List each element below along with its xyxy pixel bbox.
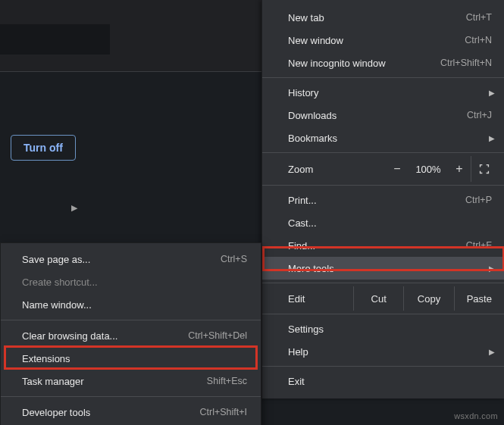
menu-item-new-window[interactable]: New window Ctrl+N <box>262 29 504 52</box>
submenu-arrow-icon: ▶ <box>489 348 495 356</box>
menu-item-settings[interactable]: Settings <box>262 317 504 340</box>
zoom-label: Zoom <box>288 164 386 175</box>
menu-separator <box>262 283 504 283</box>
menu-item-edit: Edit Cut Copy Paste <box>262 286 504 311</box>
menu-item-exit[interactable]: Exit <box>262 370 504 392</box>
menu-item-more-tools[interactable]: More tools ▶ <box>262 257 504 280</box>
submenu-shortcut: Shift+Esc <box>207 376 247 386</box>
submenu-arrow-icon: ▶ <box>489 89 495 97</box>
menu-item-new-incognito[interactable]: New incognito window Ctrl+Shift+N <box>262 52 504 74</box>
zoom-in-button[interactable]: + <box>448 162 471 176</box>
menu-label: Bookmarks <box>288 133 492 144</box>
menu-item-zoom: Zoom − 100% + <box>262 156 504 182</box>
menu-shortcut: Ctrl+T <box>466 12 492 23</box>
menu-separator <box>262 185 504 186</box>
menu-label: New incognito window <box>288 58 440 69</box>
fullscreen-button[interactable] <box>471 156 496 182</box>
menu-label: Downloads <box>288 110 467 121</box>
menu-separator <box>262 366 504 367</box>
menu-item-history[interactable]: History ▶ <box>262 81 504 104</box>
menu-shortcut: Ctrl+Shift+N <box>440 58 492 68</box>
menu-separator <box>262 314 504 314</box>
submenu-label: Clear browsing data... <box>22 330 188 342</box>
submenu-label: Extensions <box>22 353 247 364</box>
menu-shortcut: Ctrl+P <box>465 195 492 205</box>
submenu-item-save-page[interactable]: Save page as... Ctrl+S <box>1 248 261 270</box>
zoom-value: 100% <box>409 164 448 175</box>
chrome-main-menu: New tab Ctrl+T New window Ctrl+N New inc… <box>261 0 504 398</box>
menu-item-downloads[interactable]: Downloads Ctrl+J <box>262 104 504 127</box>
submenu-label: Developer tools <box>22 407 199 418</box>
menu-shortcut: Ctrl+N <box>465 35 492 45</box>
menu-item-help[interactable]: Help ▶ <box>262 340 504 363</box>
zoom-out-button[interactable]: − <box>386 162 409 176</box>
submenu-label: Task manager <box>22 376 207 387</box>
menu-separator <box>262 152 504 153</box>
menu-label: History <box>288 87 492 98</box>
page-background-strip <box>0 24 110 55</box>
menu-label: New tab <box>288 12 466 23</box>
edit-label: Edit <box>288 293 353 305</box>
menu-label: Settings <box>288 323 492 335</box>
submenu-arrow-icon: ▶ <box>489 264 495 273</box>
menu-label: Find... <box>288 240 466 252</box>
submenu-shortcut: Ctrl+S <box>221 254 247 264</box>
menu-label: Cast... <box>288 217 492 229</box>
menu-item-bookmarks[interactable]: Bookmarks ▶ <box>262 127 504 149</box>
submenu-shortcut: Ctrl+Shift+I <box>199 407 247 417</box>
edit-cut-button[interactable]: Cut <box>353 286 403 311</box>
menu-label: New window <box>288 35 465 46</box>
submenu-item-developer-tools[interactable]: Developer tools Ctrl+Shift+I <box>1 401 261 423</box>
edit-paste-button[interactable]: Paste <box>454 286 504 311</box>
submenu-item-name-window[interactable]: Name window... <box>1 293 261 316</box>
submenu-item-extensions[interactable]: Extensions <box>1 347 261 370</box>
submenu-arrow-icon: ▶ <box>489 134 495 142</box>
fullscreen-icon <box>479 164 490 174</box>
turn-off-button[interactable]: Turn off <box>11 135 76 161</box>
menu-label: Print... <box>288 195 465 206</box>
watermark-text: wsxdn.com <box>454 411 498 420</box>
submenu-label: Save page as... <box>22 254 221 265</box>
menu-item-find[interactable]: Find... Ctrl+F <box>262 234 504 257</box>
submenu-label: Create shortcut... <box>22 277 247 288</box>
submenu-label: Name window... <box>22 299 247 311</box>
submenu-shortcut: Ctrl+Shift+Del <box>188 330 247 341</box>
menu-label: More tools <box>288 263 492 274</box>
turn-off-button-wrap: Turn off <box>11 135 76 161</box>
menu-separator <box>262 77 504 78</box>
more-tools-submenu: Save page as... Ctrl+S Create shortcut..… <box>0 242 261 425</box>
submenu-separator <box>1 320 261 320</box>
submenu-separator <box>1 396 261 397</box>
menu-shortcut: Ctrl+F <box>466 240 492 251</box>
menu-item-print[interactable]: Print... Ctrl+P <box>262 189 504 211</box>
menu-label: Help <box>288 346 492 358</box>
submenu-item-clear-browsing[interactable]: Clear browsing data... Ctrl+Shift+Del <box>1 324 261 347</box>
menu-item-new-tab[interactable]: New tab Ctrl+T <box>262 6 504 29</box>
submenu-indicator-icon: ▶ <box>71 203 77 213</box>
menu-item-cast[interactable]: Cast... <box>262 211 504 234</box>
submenu-item-task-manager[interactable]: Task manager Shift+Esc <box>1 370 261 392</box>
submenu-item-create-shortcut: Create shortcut... <box>1 270 261 293</box>
edit-copy-button[interactable]: Copy <box>403 286 453 311</box>
menu-label: Exit <box>288 376 492 387</box>
menu-shortcut: Ctrl+J <box>467 110 492 120</box>
